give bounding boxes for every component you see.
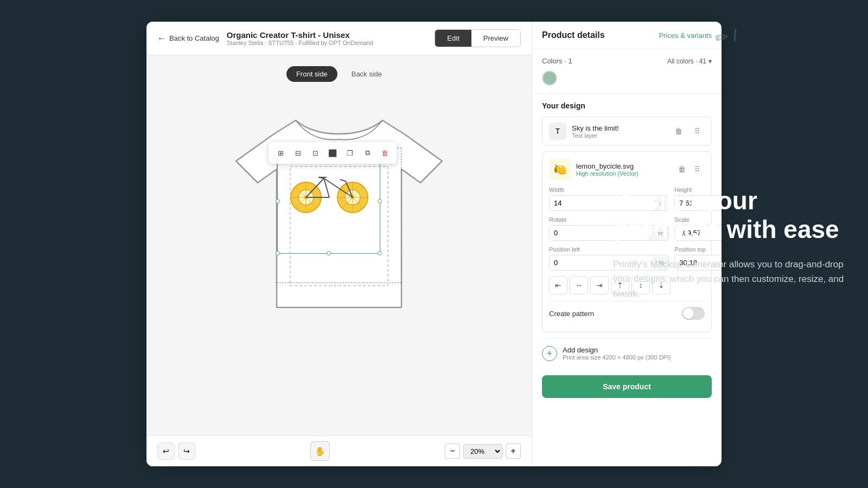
floating-toolbar: ⊞ ⊟ ⊡ ⬛ ❐ ⧉ 🗑 bbox=[269, 142, 397, 164]
undo-redo-group: ↩ ↪ bbox=[157, 442, 195, 460]
redo-button[interactable]: ↪ bbox=[178, 442, 195, 460]
toolbar-copy-btn[interactable]: ⧉ bbox=[359, 145, 375, 161]
handle-bl[interactable] bbox=[276, 251, 280, 255]
save-product-button[interactable]: Save product bbox=[542, 375, 712, 398]
text-layer-actions: 🗑 ⠿ bbox=[671, 124, 705, 139]
prices-variants-link[interactable]: Prices & variants bbox=[659, 31, 712, 40]
app-header: ← Back to Catalog Organic Creator T-shir… bbox=[146, 22, 532, 55]
text-layer-drag-btn[interactable]: ⠿ bbox=[690, 124, 705, 139]
left-panel: ← Back to Catalog Organic Creator T-shir… bbox=[146, 22, 532, 466]
toolbar-crop-btn[interactable]: ⊞ bbox=[272, 145, 289, 161]
back-side-tab[interactable]: Back side bbox=[342, 66, 392, 82]
promo-body: Printify's Mockup Generator allows you t… bbox=[613, 257, 852, 301]
align-center-h-btn[interactable]: ↔ bbox=[570, 276, 588, 294]
pattern-row: Create pattern bbox=[549, 301, 705, 325]
svg-filename: lemon_bycicle.svg bbox=[576, 162, 639, 170]
add-design-title: Add design bbox=[563, 346, 671, 354]
pattern-label: Create pattern bbox=[549, 310, 594, 318]
pattern-toggle[interactable] bbox=[682, 307, 705, 320]
product-sub: Stanley Stella · STTU755 · Fulfilled by … bbox=[227, 40, 373, 46]
header-actions: Edit Preview bbox=[435, 29, 521, 47]
align-left-btn[interactable]: ⇤ bbox=[549, 276, 567, 294]
add-design-subtitle: Print area size 4200 × 4800 px (300 DPI) bbox=[563, 354, 671, 361]
design-overlay[interactable]: Sky is the limit! bbox=[277, 147, 401, 283]
text-layer-info: Sky is the limit! Text layer bbox=[572, 124, 671, 139]
svg-file-info: lemon_bycicle.svg High resolution (Vecto… bbox=[576, 162, 639, 177]
preview-button[interactable]: Preview bbox=[471, 30, 520, 47]
undo-button[interactable]: ↩ bbox=[157, 442, 175, 460]
colors-count-label: Colors · 1 bbox=[542, 57, 572, 65]
handle-br[interactable] bbox=[378, 251, 382, 255]
text-layer-icon: T bbox=[549, 123, 566, 140]
right-panel-header: Product details Prices & variants bbox=[532, 22, 722, 49]
colors-section: Colors · 1 All colors · 41 ▾ bbox=[532, 49, 722, 94]
design-selection-box[interactable]: Sky is the limit! bbox=[277, 148, 380, 254]
toolbar-fit-btn[interactable]: ⬛ bbox=[324, 145, 341, 161]
color-swatch[interactable] bbox=[542, 70, 557, 86]
toolbar-adjust-btn[interactable]: ⊟ bbox=[290, 145, 306, 161]
chevron-down-icon: ▾ bbox=[709, 57, 712, 65]
all-colors-button[interactable]: All colors · 41 ▾ bbox=[667, 57, 712, 65]
back-label: Back to Catalog bbox=[169, 34, 219, 42]
zoom-in-button[interactable]: + bbox=[506, 444, 521, 459]
text-layer-delete-btn[interactable]: 🗑 bbox=[671, 124, 686, 139]
zoom-controls: − 20% 50% 100% + bbox=[445, 444, 521, 459]
handle-bm[interactable] bbox=[327, 251, 331, 255]
text-layer-item[interactable]: T Sky is the limit! Text layer 🗑 ⠿ bbox=[542, 117, 712, 146]
svg-card-header: 🍋 lemon_bycicle.svg High resolution (Vec… bbox=[549, 158, 705, 180]
colors-header: Colors · 1 All colors · 41 ▾ bbox=[542, 57, 712, 65]
tshirt-canvas: Sky is the limit! bbox=[225, 91, 453, 340]
svg-quality-badge: High resolution (Vector) bbox=[576, 170, 639, 177]
toolbar-delete-btn[interactable]: 🗑 bbox=[376, 145, 393, 161]
header-left: ← Back to Catalog Organic Creator T-shir… bbox=[157, 30, 373, 46]
text-layer-type: Text layer bbox=[572, 132, 671, 139]
product-details-title: Product details bbox=[542, 30, 605, 40]
decorative-marks: ✏ / bbox=[714, 25, 739, 48]
toolbar-duplicate-btn[interactable]: ❐ bbox=[342, 145, 358, 161]
zoom-out-button[interactable]: − bbox=[445, 444, 460, 459]
handle-ml[interactable] bbox=[276, 199, 280, 203]
add-design-info: Add design Print area size 4200 × 4800 p… bbox=[563, 346, 671, 361]
add-design-icon[interactable]: + bbox=[542, 346, 557, 361]
toggle-knob bbox=[683, 308, 694, 319]
hand-tool-button[interactable]: ✋ bbox=[310, 441, 330, 461]
align-right-btn[interactable]: ⇥ bbox=[590, 276, 609, 294]
lemon-bicycle-image bbox=[283, 168, 375, 214]
svg-drag-btn[interactable]: ⠿ bbox=[690, 162, 705, 177]
zoom-select[interactable]: 20% 50% 100% bbox=[463, 444, 502, 459]
back-arrow-icon: ← bbox=[157, 34, 166, 43]
your-design-title: Your design bbox=[542, 101, 712, 110]
toolbar-resize-btn[interactable]: ⊡ bbox=[307, 145, 323, 161]
svg-delete-btn[interactable]: 🗑 bbox=[674, 162, 690, 177]
svg-thumbnail: 🍋 bbox=[549, 158, 571, 180]
product-name: Organic Creator T-shirt - Unisex bbox=[227, 30, 373, 40]
promo-panel: Design your products with ease Printify'… bbox=[613, 187, 852, 301]
canvas-area: Front side Back side bbox=[146, 55, 532, 435]
front-side-tab[interactable]: Front side bbox=[286, 66, 337, 82]
side-tabs: Front side Back side bbox=[286, 66, 392, 82]
promo-headline: Design your products with ease bbox=[613, 187, 852, 244]
handle-mr[interactable] bbox=[378, 199, 382, 203]
bottom-toolbar: ↩ ↪ ✋ − 20% 50% 100% + bbox=[146, 435, 532, 466]
text-layer-name: Sky is the limit! bbox=[572, 124, 671, 132]
back-to-catalog-link[interactable]: ← Back to Catalog bbox=[157, 34, 219, 43]
product-info: Organic Creator T-shirt - Unisex Stanley… bbox=[227, 30, 373, 46]
edit-button[interactable]: Edit bbox=[435, 30, 471, 47]
add-design-row[interactable]: + Add design Print area size 4200 × 4800… bbox=[542, 338, 712, 361]
